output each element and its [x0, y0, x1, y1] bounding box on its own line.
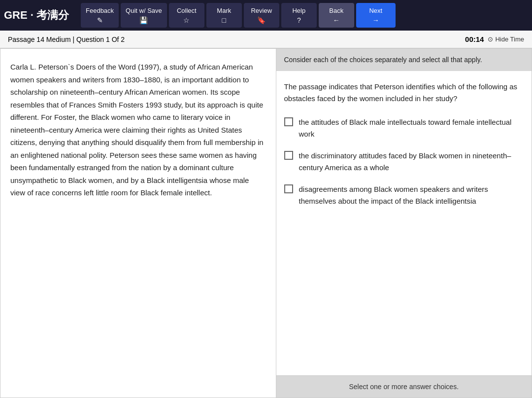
question-info: Question 1 Of 2 [76, 36, 125, 43]
choice-b-text: the discriminatory attitudes faced by Bl… [299, 150, 524, 174]
clock-icon: ⊙ [488, 36, 493, 43]
question-body: The passage indicates that Peterson iden… [276, 71, 532, 375]
passage-text: Carla L. Peterson`s Doers of the Word (1… [10, 61, 266, 199]
main-content: Carla L. Peterson`s Doers of the Word (1… [0, 48, 532, 398]
help-icon: ? [297, 16, 301, 24]
feedback-icon: ✎ [97, 16, 103, 24]
collect-button[interactable]: Collect ☆ [169, 3, 204, 28]
quit-save-button[interactable]: Quit w/ Save 💾 [121, 3, 167, 28]
passage-info: Passage 14 Medium | Question 1 Of 2 [8, 36, 125, 43]
choice-c-text: disagreements among Black women speakers… [299, 183, 524, 207]
back-button[interactable]: Back ← [319, 3, 354, 28]
star-icon: ☆ [183, 16, 190, 24]
next-arrow-icon: → [372, 16, 379, 24]
passage-label: Passage 14 Medium [8, 36, 71, 43]
checkbox-a[interactable] [284, 117, 293, 126]
top-navigation-bar: GRE · 考满分 Feedback ✎ Quit w/ Save 💾 Coll… [0, 0, 532, 31]
status-bar: Passage 14 Medium | Question 1 Of 2 00:1… [0, 31, 532, 48]
hide-time-label: Hide Time [495, 36, 524, 43]
timer-area: 00:14 ⊙ Hide Time [465, 35, 524, 43]
mark-button[interactable]: Mark □ [206, 3, 242, 28]
answer-footer: Select one or more answer choices. [276, 375, 532, 398]
answer-choice-c[interactable]: disagreements among Black women speakers… [284, 183, 524, 207]
separator: | [73, 36, 75, 43]
app-logo: GRE · 考满分 [4, 8, 73, 23]
checkbox-b[interactable] [284, 151, 293, 160]
feedback-button[interactable]: Feedback ✎ [81, 3, 119, 28]
choice-a-text: the attitudes of Black male intellectual… [299, 116, 524, 140]
mark-icon: □ [222, 16, 226, 24]
question-panel: Consider each of the choices separately … [276, 49, 532, 398]
help-button[interactable]: Help ? [281, 3, 317, 28]
passage-panel: Carla L. Peterson`s Doers of the Word (1… [0, 49, 276, 398]
question-text: The passage indicates that Peterson iden… [284, 81, 524, 105]
next-button[interactable]: Next → [356, 3, 396, 28]
question-instruction: Consider each of the choices separately … [276, 49, 532, 71]
answer-footer-text: Select one or more answer choices. [349, 383, 459, 391]
back-arrow-icon: ← [333, 16, 340, 24]
answer-choice-a[interactable]: the attitudes of Black male intellectual… [284, 116, 524, 140]
hide-time-button[interactable]: ⊙ Hide Time [488, 36, 524, 43]
bookmark-icon: 🔖 [257, 16, 266, 24]
timer-display: 00:14 [465, 35, 484, 43]
review-button[interactable]: Review 🔖 [244, 3, 279, 28]
checkbox-c[interactable] [284, 184, 293, 193]
save-icon: 💾 [139, 16, 148, 24]
answer-choice-b[interactable]: the discriminatory attitudes faced by Bl… [284, 150, 524, 174]
